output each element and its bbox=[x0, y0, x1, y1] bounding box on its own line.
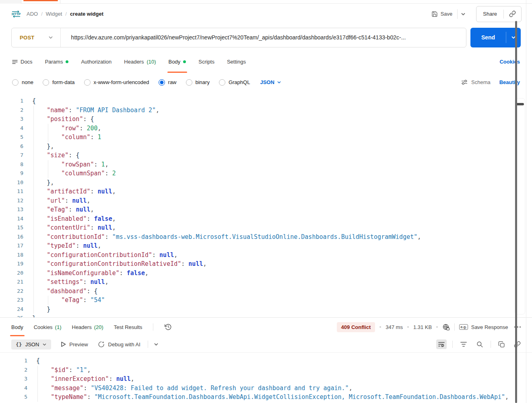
response-section: Body Cookies (1) Headers (20) Test Resul… bbox=[0, 317, 532, 403]
tab-settings[interactable]: Settings bbox=[227, 51, 246, 73]
code-text: "isEnabled": false, bbox=[32, 214, 116, 224]
tab-body[interactable]: Body bbox=[169, 51, 186, 73]
share-button-group: Share bbox=[476, 6, 522, 22]
indent-guide bbox=[33, 205, 34, 214]
line-number: 12 bbox=[10, 196, 23, 206]
response-scrollbar-thumb[interactable] bbox=[515, 21, 517, 403]
copy-link-icon[interactable] bbox=[504, 6, 521, 22]
save-button[interactable]: Save bbox=[427, 8, 457, 21]
line-number: 2 bbox=[10, 106, 23, 115]
response-format-selector[interactable]: {} JSON bbox=[11, 339, 51, 350]
workspace-tab-strip[interactable] bbox=[0, 0, 532, 4]
status-badge[interactable]: 409 Conflict bbox=[337, 322, 375, 332]
code-line: 1{ bbox=[14, 356, 532, 366]
radio-icon[interactable] bbox=[43, 79, 49, 86]
radio-label: raw bbox=[168, 79, 177, 85]
code-line: 5 "column": 1 bbox=[10, 133, 532, 142]
editor-scrollbar-thumb[interactable] bbox=[516, 103, 524, 105]
tab-label: Body bbox=[169, 59, 181, 65]
tab-headers[interactable]: Headers (10) bbox=[124, 51, 156, 73]
viewer-options-chevron[interactable] bbox=[154, 343, 159, 346]
radio-icon[interactable] bbox=[84, 79, 91, 86]
radio-icon[interactable] bbox=[219, 79, 225, 86]
request-tabs: Docs Params Authorization Headers (10) B… bbox=[0, 51, 532, 73]
save-options-chevron[interactable] bbox=[457, 9, 469, 19]
radio-raw[interactable]: raw bbox=[159, 79, 177, 86]
request-body-editor[interactable]: 1{2 "name": "FROM API Dashboard 2",3 "po… bbox=[0, 92, 532, 317]
line-number: 7 bbox=[10, 151, 23, 160]
radio-x-www-form-urlencoded[interactable]: x-www-form-urlencoded bbox=[84, 79, 149, 86]
radio-binary[interactable]: binary bbox=[186, 79, 210, 86]
filter-icon[interactable] bbox=[458, 340, 469, 349]
code-line: 24 } bbox=[10, 305, 532, 314]
indent-guide bbox=[33, 106, 34, 115]
svg-text:HTTP: HTTP bbox=[12, 12, 21, 16]
url-input[interactable]: https://dev.azure.com/priyankapatil026/n… bbox=[61, 34, 466, 41]
code-text: "artifactId": null, bbox=[32, 187, 116, 196]
schema-button[interactable]: Schema bbox=[461, 79, 491, 85]
preview-button[interactable]: Preview bbox=[61, 341, 88, 347]
code-line: 4 "row": 200, bbox=[10, 124, 532, 133]
panel-right-border bbox=[526, 0, 526, 403]
radio-none[interactable]: none bbox=[12, 79, 33, 86]
response-tab-test-results[interactable]: Test Results bbox=[114, 318, 142, 336]
line-number: 10 bbox=[10, 178, 23, 187]
send-button[interactable]: Send bbox=[470, 28, 521, 47]
tab-label: Settings bbox=[227, 59, 246, 65]
preview-label: Preview bbox=[69, 341, 88, 347]
inactive-tab-edge[interactable] bbox=[0, 0, 21, 4]
radio-graphql[interactable]: GraphQL bbox=[219, 79, 250, 86]
breadcrumb-collection[interactable]: ADO bbox=[27, 11, 38, 17]
tab-params[interactable]: Params bbox=[45, 51, 69, 73]
ai-sparkle-icon bbox=[98, 341, 105, 348]
breadcrumb-request-name[interactable]: create widget bbox=[70, 11, 103, 17]
send-options-chevron[interactable] bbox=[506, 36, 521, 39]
code-text: "typeId": null, bbox=[32, 241, 101, 251]
code-text: "columnSpan": 2 bbox=[32, 169, 116, 178]
line-number: 4 bbox=[14, 384, 27, 393]
indent-guide bbox=[33, 169, 34, 178]
response-history-icon[interactable] bbox=[164, 323, 173, 331]
code-text: "dashboard": { bbox=[32, 287, 98, 296]
header-actions: Save Share bbox=[427, 6, 522, 22]
code-line: 14 "isEnabled": false, bbox=[10, 214, 532, 224]
code-line: 4 "message": "VS402428: Failed to add wi… bbox=[14, 384, 532, 393]
network-security-icon[interactable] bbox=[442, 323, 450, 331]
share-button[interactable]: Share bbox=[476, 6, 503, 22]
method-selector[interactable]: POST bbox=[12, 35, 60, 41]
response-tab-body[interactable]: Body bbox=[11, 318, 23, 336]
format-label: JSON bbox=[25, 341, 39, 347]
send-button-label: Send bbox=[470, 34, 506, 41]
word-wrap-icon[interactable] bbox=[436, 339, 447, 349]
radio-icon-selected[interactable] bbox=[159, 79, 165, 86]
search-icon[interactable] bbox=[474, 339, 485, 350]
response-tab-headers[interactable]: Headers (20) bbox=[72, 318, 103, 336]
code-line: 2 "name": "FROM API Dashboard 2", bbox=[10, 106, 532, 115]
debug-with-ai-button[interactable]: Debug with AI bbox=[98, 341, 140, 348]
tab-authorization[interactable]: Authorization bbox=[81, 51, 111, 73]
response-time[interactable]: 347 ms bbox=[386, 324, 403, 330]
raw-language-selector[interactable]: JSON bbox=[260, 79, 281, 85]
response-body-editor[interactable]: 1{2 "$id": "1",3 "innerException": null,… bbox=[0, 352, 532, 403]
radio-label: x-www-form-urlencoded bbox=[94, 79, 149, 85]
indent-guide bbox=[37, 393, 38, 402]
link-icon[interactable] bbox=[512, 339, 522, 350]
radio-icon[interactable] bbox=[12, 79, 19, 86]
breadcrumb-folder[interactable]: Widget bbox=[46, 11, 62, 17]
url-input-container: POST https://dev.azure.com/priyankapatil… bbox=[11, 28, 466, 47]
indent-guide bbox=[33, 187, 34, 196]
radio-label: binary bbox=[196, 79, 210, 85]
tab-scripts[interactable]: Scripts bbox=[198, 51, 214, 73]
indent-guide bbox=[33, 232, 34, 242]
line-number: 13 bbox=[10, 205, 23, 214]
response-size[interactable]: 1.31 KB bbox=[413, 324, 432, 330]
response-tab-cookies[interactable]: Cookies (1) bbox=[34, 318, 62, 336]
line-number: 20 bbox=[10, 269, 23, 278]
radio-form-data[interactable]: form-data bbox=[43, 79, 75, 86]
code-text: "$id": "1", bbox=[36, 366, 91, 375]
radio-icon[interactable] bbox=[186, 79, 192, 86]
tab-label: Cookies bbox=[34, 324, 53, 330]
save-response-button[interactable]: e.g. Save Response bbox=[459, 324, 508, 330]
tab-docs[interactable]: Docs bbox=[12, 51, 33, 73]
copy-icon[interactable] bbox=[497, 339, 507, 350]
